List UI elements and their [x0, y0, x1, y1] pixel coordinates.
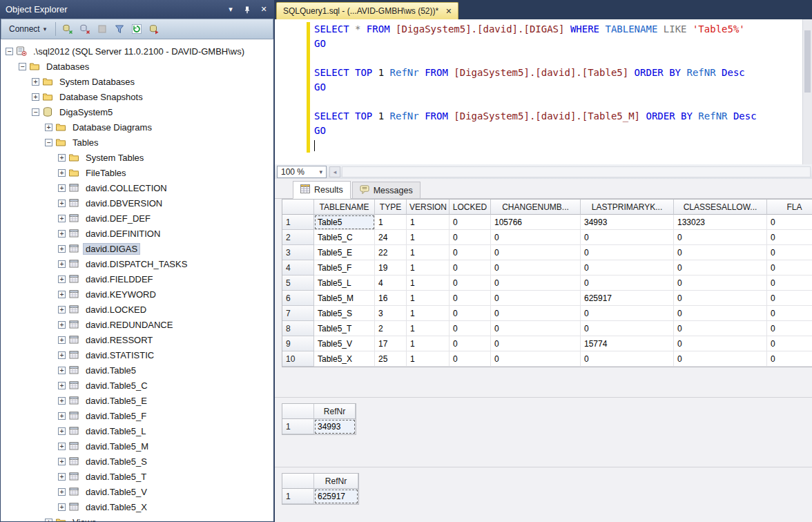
close-tab-icon[interactable]: ✕ — [445, 7, 452, 16]
tree-item[interactable]: −DigaSystem5 — [1, 104, 273, 119]
disconnect-server-icon[interactable] — [77, 21, 93, 37]
grid-cell[interactable]: 0 — [767, 230, 812, 245]
row-header[interactable]: 5 — [282, 276, 314, 291]
grid-cell[interactable]: 1 — [407, 306, 450, 321]
tree-item[interactable]: +david.Table5_F — [1, 408, 273, 423]
grid-cell[interactable]: 0 — [767, 336, 812, 351]
grid-cell[interactable]: Table5_T — [314, 321, 375, 336]
expand-icon[interactable]: + — [58, 473, 66, 481]
column-header[interactable]: LASTPRIMARYK... — [581, 200, 674, 215]
expand-icon[interactable]: + — [45, 124, 52, 131]
grid-cell[interactable]: 0 — [767, 291, 812, 306]
grid-cell[interactable]: 0 — [581, 230, 674, 245]
grid-cell[interactable]: 0 — [491, 306, 581, 321]
tree-item[interactable]: +david.KEYWORD — [1, 287, 273, 302]
tree-item[interactable]: +david.Table5_L — [1, 423, 273, 438]
grid-cell[interactable]: 24 — [375, 230, 407, 245]
grid-cell[interactable]: 1 — [407, 215, 450, 230]
results-splitter[interactable] — [275, 467, 812, 467]
grid-cell[interactable]: 105766 — [491, 215, 581, 230]
collapse-icon[interactable]: − — [32, 108, 39, 116]
editor-vertical-scrollbar[interactable] — [802, 19, 812, 164]
editor-horizontal-scrollbar[interactable] — [342, 166, 811, 177]
grid-cell[interactable]: 0 — [450, 230, 491, 245]
row-header[interactable]: 9 — [282, 336, 314, 351]
tree-item[interactable]: +Database Snapshots — [1, 89, 273, 104]
grid-cell[interactable]: 0 — [674, 260, 767, 276]
corner-header[interactable] — [282, 404, 314, 419]
grid-cell[interactable]: 0 — [491, 321, 581, 336]
grid-cell[interactable]: Table5_L — [314, 276, 375, 291]
expand-icon[interactable]: + — [58, 260, 66, 268]
grid-cell[interactable]: 4 — [375, 276, 407, 291]
grid-cell[interactable]: Table5_F — [314, 260, 375, 276]
tree-item[interactable]: −.\sql2012 (SQL Server 11.0.2100 - DAVID… — [1, 44, 273, 59]
grid-cell[interactable]: 17 — [375, 336, 407, 351]
scroll-left-icon[interactable]: ◂ — [329, 166, 340, 177]
expand-icon[interactable]: + — [45, 519, 52, 522]
disconnect-icon[interactable] — [60, 21, 75, 37]
grid-cell[interactable]: 0 — [581, 276, 674, 291]
zoom-select[interactable]: 100 % ▾ — [277, 166, 327, 178]
tab-results[interactable]: Results — [293, 181, 351, 199]
row-header[interactable]: 1 — [282, 215, 314, 230]
grid-cell[interactable]: 0 — [674, 276, 767, 291]
grid-cell[interactable]: 0 — [450, 291, 491, 306]
tree-item[interactable]: +System Tables — [1, 150, 273, 165]
expand-icon[interactable]: + — [32, 93, 39, 101]
tree-item[interactable]: +david.Table5_S — [1, 454, 273, 469]
grid-cell[interactable]: 0 — [581, 306, 674, 321]
grid-cell[interactable]: 0 — [581, 321, 674, 336]
expand-icon[interactable]: + — [58, 245, 66, 253]
grid-cell[interactable]: 0 — [491, 351, 581, 367]
expand-icon[interactable]: + — [58, 443, 66, 450]
column-header[interactable]: CLASSESALLOW... — [674, 200, 767, 215]
column-header[interactable]: RefNr — [314, 474, 358, 489]
grid-cell[interactable]: 0 — [767, 306, 812, 321]
grid-cell[interactable]: Table5_C — [314, 230, 375, 245]
expand-icon[interactable]: + — [58, 154, 66, 162]
expand-icon[interactable]: + — [58, 291, 66, 298]
grid-cell[interactable]: 0 — [767, 260, 812, 276]
row-header[interactable]: 4 — [282, 260, 314, 276]
grid-cell[interactable]: 1 — [407, 336, 450, 351]
expand-icon[interactable]: + — [58, 458, 66, 465]
column-header[interactable]: VERSION — [407, 200, 450, 215]
grid-cell[interactable]: 0 — [450, 276, 491, 291]
grid-cell[interactable]: 1 — [407, 230, 450, 245]
grid-cell[interactable]: Table5_V — [314, 336, 375, 351]
row-header[interactable]: 6 — [282, 291, 314, 306]
corner-header[interactable] — [282, 474, 314, 489]
grid-cell[interactable]: 0 — [767, 215, 812, 230]
tab-sqlquery1[interactable]: SQLQuery1.sql - (...AVID-GMBH\ws (52))* … — [276, 2, 458, 19]
column-header[interactable]: RefNr — [314, 404, 356, 419]
grid-cell[interactable]: 0 — [767, 276, 812, 291]
tree-item[interactable]: +david.DISPATCH_TASKS — [1, 256, 273, 271]
grid-cell[interactable]: 0 — [674, 306, 767, 321]
refresh-icon[interactable] — [129, 21, 144, 37]
grid-cell[interactable]: 16 — [375, 291, 407, 306]
tree-item[interactable]: +david.Table5_E — [1, 393, 273, 408]
grid-cell[interactable]: Table5_E — [314, 245, 375, 260]
tree-item[interactable]: +Database Diagrams — [1, 119, 273, 135]
grid-cell[interactable]: 0 — [491, 291, 581, 306]
collapse-icon[interactable]: − — [19, 63, 26, 70]
tree-item[interactable]: +System Databases — [1, 74, 273, 89]
grid-cell[interactable]: Table5_X — [314, 351, 375, 367]
tree-item[interactable]: +david.DIGAS — [1, 241, 273, 256]
grid-cell[interactable]: 0 — [674, 336, 767, 351]
grid-cell[interactable]: 34993 — [314, 419, 356, 434]
grid-cell[interactable]: 1 — [407, 245, 450, 260]
row-header[interactable]: 3 — [282, 245, 314, 260]
grid-cell[interactable]: 0 — [767, 321, 812, 336]
tree-item[interactable]: −Databases — [1, 59, 273, 74]
expand-icon[interactable]: + — [58, 230, 66, 238]
tree-item[interactable]: +david.Table5_V — [1, 484, 273, 499]
grid-cell[interactable]: 1 — [407, 260, 450, 276]
expand-icon[interactable]: + — [58, 412, 66, 420]
tree-item[interactable]: −Tables — [1, 135, 273, 150]
grid-cell[interactable]: 625917 — [314, 489, 358, 504]
sql-editor-code[interactable]: SELECT * FROM [DigaSystem5].[david].[DIG… — [314, 22, 757, 153]
expand-icon[interactable]: + — [58, 169, 66, 177]
close-icon[interactable]: ✕ — [258, 3, 270, 16]
